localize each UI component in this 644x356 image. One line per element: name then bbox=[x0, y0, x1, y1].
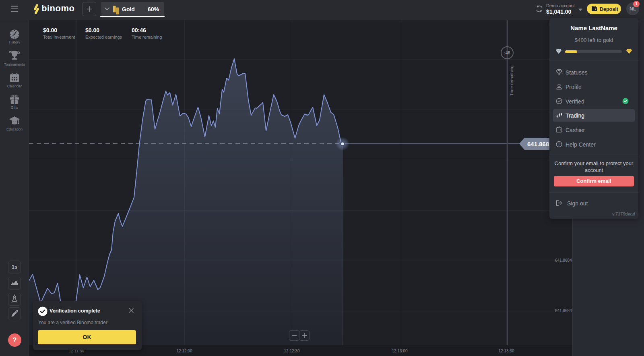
svg-text:12:12:30: 12:12:30 bbox=[284, 349, 300, 353]
svg-text:12:13:00: 12:13:00 bbox=[392, 349, 408, 353]
svg-text:641.868: 641.868 bbox=[527, 141, 549, 147]
svg-text:12:12:00: 12:12:00 bbox=[177, 349, 192, 353]
svg-text:i: i bbox=[559, 142, 560, 146]
svg-text:Time remaining: Time remaining bbox=[509, 65, 514, 95]
svg-text:641.8684: 641.8684 bbox=[555, 258, 572, 263]
svg-text:641.8684: 641.8684 bbox=[555, 308, 572, 313]
svg-text::46: :46 bbox=[504, 50, 510, 55]
svg-text:12:13:30: 12:13:30 bbox=[499, 349, 514, 353]
